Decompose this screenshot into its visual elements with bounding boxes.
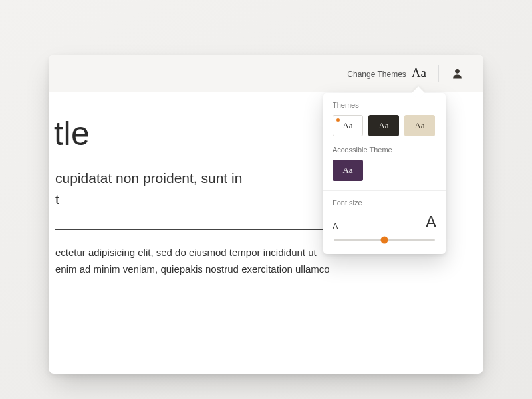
accessible-label: Accessible Theme — [332, 146, 436, 154]
svg-point-0 — [455, 69, 460, 74]
font-size-section: Font size A A — [323, 191, 446, 254]
toolbar-divider — [438, 65, 439, 82]
size-small-icon: A — [332, 221, 338, 231]
themes-swatches: Aa Aa Aa — [332, 115, 436, 136]
font-size-label: Font size — [332, 199, 436, 207]
theme-swatch-accessible[interactable]: Aa — [332, 160, 363, 181]
themes-label: Themes — [332, 101, 436, 109]
themes-section: Themes Aa Aa Aa Accessible Theme Aa — [323, 93, 446, 190]
font-size-glyphs: A A — [332, 213, 436, 231]
theme-swatch-dark[interactable]: Aa — [368, 115, 399, 136]
themes-popover: Themes Aa Aa Aa Accessible Theme Aa Font… — [323, 93, 446, 254]
font-size-slider[interactable] — [334, 235, 435, 245]
divider — [55, 229, 348, 230]
aa-icon: Aa — [412, 66, 426, 80]
slider-thumb[interactable] — [381, 237, 388, 244]
theme-swatch-sepia[interactable]: Aa — [404, 115, 435, 136]
user-icon[interactable] — [451, 67, 464, 80]
change-themes-button[interactable]: Change Themes Aa — [347, 66, 426, 80]
change-themes-label: Change Themes — [347, 70, 406, 79]
accessible-swatches: Aa — [332, 160, 436, 181]
lede-text: cupidatat non proident, sunt in t — [49, 168, 328, 209]
theme-swatch-light[interactable]: Aa — [332, 115, 363, 136]
size-large-icon: A — [426, 213, 436, 231]
active-dot-icon — [336, 118, 340, 122]
